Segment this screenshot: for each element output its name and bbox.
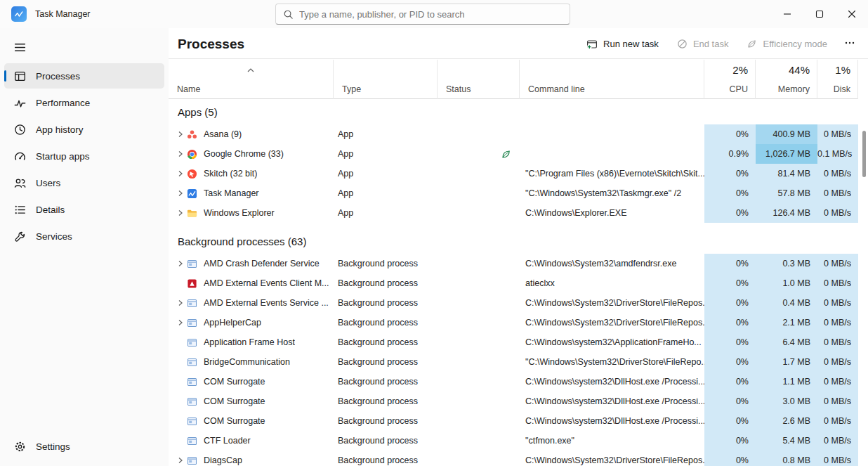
process-disk: 0 MB/s (817, 391, 858, 411)
sidebar-item-app-history[interactable]: App history (4, 117, 164, 142)
process-disk: 0 MB/s (817, 203, 858, 223)
more-ellipsis-icon (844, 37, 855, 48)
more-options-button[interactable] (839, 33, 861, 55)
expand-chevron-icon[interactable] (174, 299, 187, 306)
efficiency-mode-button[interactable]: Efficiency mode (739, 34, 834, 53)
process-row[interactable]: Windows ExplorerAppC:\Windows\Explorer.E… (169, 203, 868, 223)
process-memory: 57.8 MB (756, 183, 817, 203)
process-name-cell: Windows Explorer (169, 203, 334, 223)
sidebar-item-startup-apps[interactable]: Startup apps (4, 143, 164, 169)
expand-chevron-icon[interactable] (174, 150, 187, 157)
column-header-disk[interactable]: 1% Disk (817, 60, 858, 99)
column-header-memory[interactable]: 44% Memory (756, 60, 817, 99)
scrollbar[interactable] (862, 131, 866, 462)
expand-chevron-icon[interactable] (174, 190, 187, 197)
page-toolbar: Processes Run new task End task Efficien… (169, 28, 868, 59)
process-row[interactable]: AMD External Events Client M...Backgroun… (169, 273, 868, 293)
process-memory: 0.8 MB (756, 451, 817, 466)
process-row[interactable]: Skitch (32 bit)App"C:\Program Files (x86… (169, 164, 868, 183)
process-row[interactable]: Google Chrome (33)App0.9%1,026.7 MB0.1 M… (169, 144, 868, 164)
process-row[interactable]: Application Frame HostBackground process… (169, 332, 868, 352)
asana-icon (187, 129, 202, 140)
expand-chevron-icon[interactable] (174, 260, 187, 267)
sidebar-item-users[interactable]: Users (4, 170, 164, 195)
process-row[interactable]: Asana (9)App0%400.9 MB0 MB/s (169, 124, 868, 144)
process-name-cell: COM Surrogate (169, 391, 334, 411)
expand-chevron-icon[interactable] (174, 457, 187, 464)
process-cpu: 0% (704, 164, 756, 183)
sidebar-item-processes[interactable]: Processes (4, 63, 164, 89)
column-label: Name (177, 84, 200, 94)
process-name: BridgeCommunication (204, 352, 290, 372)
sidebar-item-label: Services (36, 231, 72, 242)
end-task-button[interactable]: End task (670, 34, 736, 53)
column-header-command-line[interactable]: Command line (520, 60, 704, 99)
process-command-line: "ctfmon.exe" (520, 431, 704, 451)
title-bar: Task Manager (0, 0, 868, 28)
process-row[interactable]: BridgeCommunicationBackground process"C:… (169, 352, 868, 372)
services-icon (14, 231, 26, 242)
process-disk: 0 MB/s (817, 273, 858, 293)
group-label: Background processes (63) (178, 235, 306, 247)
process-name-cell: AMD External Events Client M... (169, 273, 334, 293)
process-row[interactable]: COM SurrogateBackground processC:\Window… (169, 411, 868, 431)
process-row[interactable]: AppHelperCapBackground processC:\Windows… (169, 313, 868, 332)
maximize-button[interactable] (803, 0, 836, 28)
process-status-cell (438, 124, 520, 144)
close-button[interactable] (836, 0, 868, 28)
process-memory: 126.4 MB (756, 203, 817, 223)
process-row[interactable]: DiagsCapBackground processC:\Windows\Sys… (169, 451, 868, 466)
process-name: COM Surrogate (204, 372, 265, 391)
scrollbar-thumb[interactable] (862, 131, 866, 177)
process-row[interactable]: COM SurrogateBackground processC:\Window… (169, 391, 868, 411)
column-label: Type (342, 84, 361, 94)
generic-process-icon (187, 396, 202, 407)
generic-process-icon (187, 416, 202, 427)
column-header-type[interactable]: Type (334, 60, 438, 99)
process-cpu: 0% (704, 254, 756, 273)
sidebar: Processes Performance App history Startu… (0, 28, 169, 466)
process-row[interactable]: AMD External Events Service ...Backgroun… (169, 293, 868, 313)
process-cpu: 0% (704, 203, 756, 223)
process-command-line: "C:\Windows\System32\DriverStore\FileRep… (520, 352, 704, 372)
sidebar-item-services[interactable]: Services (4, 224, 164, 249)
search-box[interactable] (275, 4, 570, 25)
sidebar-item-settings[interactable]: Settings (4, 434, 164, 459)
skitch-icon (187, 169, 202, 179)
group-header[interactable]: Background processes (63) (169, 228, 868, 254)
run-new-task-button[interactable]: Run new task (579, 34, 666, 54)
process-cpu: 0% (704, 124, 756, 144)
navigation-menu-button[interactable] (7, 35, 32, 59)
process-disk: 0 MB/s (817, 254, 858, 273)
sidebar-item-performance[interactable]: Performance (4, 90, 164, 115)
expand-chevron-icon[interactable] (174, 131, 187, 138)
users-icon (14, 177, 26, 189)
process-row[interactable]: CTF LoaderBackground process"ctfmon.exe"… (169, 431, 868, 451)
sidebar-item-label: Processes (36, 71, 80, 82)
search-input[interactable] (299, 9, 563, 20)
process-status-cell (438, 451, 520, 466)
column-header-name[interactable]: Name (169, 60, 334, 99)
process-disk: 0 MB/s (817, 183, 858, 203)
process-row[interactable]: COM SurrogateBackground processC:\Window… (169, 372, 868, 391)
generic-process-icon (187, 318, 202, 328)
expand-chevron-icon[interactable] (174, 209, 187, 216)
process-type: Background process (334, 273, 438, 293)
column-header-status[interactable]: Status (438, 60, 520, 99)
process-memory: 2.1 MB (756, 313, 817, 332)
expand-chevron-icon[interactable] (174, 319, 187, 326)
process-cpu: 0% (704, 352, 756, 372)
sidebar-item-details[interactable]: Details (4, 197, 164, 222)
column-header-cpu[interactable]: 2% CPU (704, 60, 756, 99)
process-command-line: C:\Windows\system32\ApplicationFrameHo..… (520, 332, 704, 352)
process-cpu: 0% (704, 183, 756, 203)
group-header[interactable]: Apps (5) (169, 99, 868, 124)
process-row[interactable]: AMD Crash Defender ServiceBackground pro… (169, 254, 868, 273)
performance-icon (14, 97, 26, 109)
minimize-button[interactable] (771, 0, 803, 28)
process-group: Apps (5)Asana (9)App0%400.9 MB0 MB/sGoog… (169, 99, 868, 223)
process-row[interactable]: Task ManagerApp"C:\Windows\System32\Task… (169, 183, 868, 203)
process-group: Background processes (63)AMD Crash Defen… (169, 228, 868, 466)
expand-chevron-icon[interactable] (174, 170, 187, 177)
group-label: Apps (5) (178, 106, 218, 118)
